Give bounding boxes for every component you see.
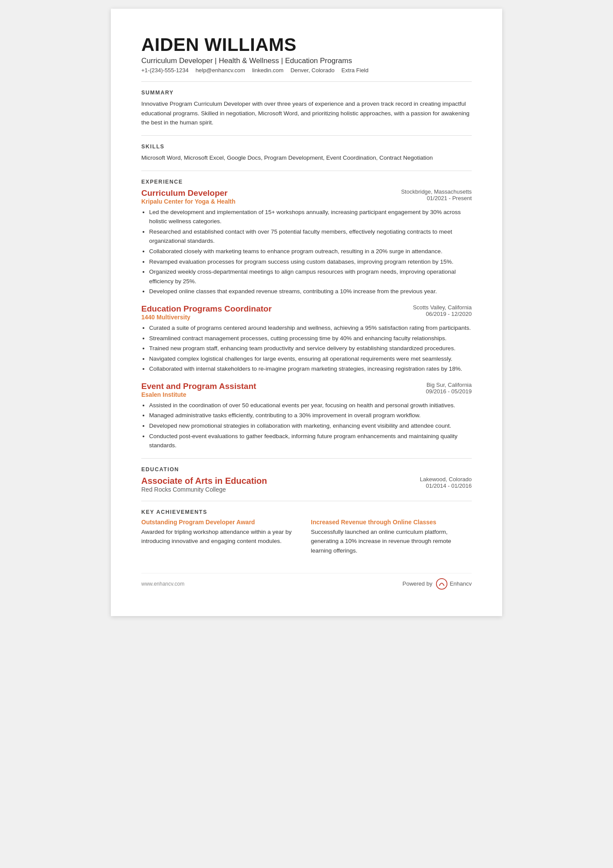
job-location: Scotts Valley, California [393, 304, 472, 311]
summary-section: SUMMARY Innovative Program Curriculum De… [141, 90, 472, 127]
summary-label: SUMMARY [141, 90, 472, 96]
contact-item: help@enhancv.com [196, 67, 245, 74]
achievements-section: KEY ACHIEVEMENTS Outstanding Program Dev… [141, 509, 472, 556]
edu-left: Associate of Arts in EducationRed Rocks … [141, 476, 393, 493]
job-title: Event and Program Assistant [141, 382, 393, 391]
job-left: Event and Program AssistantEsalen Instit… [141, 382, 393, 398]
bullet-item: Trained new program staff, enhancing tea… [149, 344, 472, 353]
bullet-item: Streamlined contract management processe… [149, 334, 472, 343]
experience-entry: Education Programs Coordinator1440 Multi… [141, 304, 472, 374]
contact-row: +1-(234)-555-1234help@enhancv.comlinkedi… [141, 67, 472, 74]
contact-item: +1-(234)-555-1234 [141, 67, 189, 74]
achievement-title: Increased Revenue through Online Classes [311, 519, 472, 526]
job-header: Curriculum DeveloperKripalu Center for Y… [141, 188, 472, 205]
bullet-item: Managed administrative tasks efficiently… [149, 411, 472, 420]
education-entry: Associate of Arts in EducationRed Rocks … [141, 476, 472, 493]
bullet-item: Assisted in the coordination of over 50 … [149, 401, 472, 410]
candidate-title: Curriculum Developer | Health & Wellness… [141, 57, 472, 65]
enhancv-logo: Enhancv [436, 578, 472, 590]
summary-divider [141, 135, 472, 136]
contact-item: Extra Field [341, 67, 368, 74]
footer-brand: Powered by Enhancv [403, 578, 472, 590]
bullet-item: Conducted post-event evaluations to gath… [149, 432, 472, 450]
job-header: Event and Program AssistantEsalen Instit… [141, 382, 472, 398]
achievement-item: Outstanding Program Developer AwardAward… [141, 519, 302, 556]
bullet-item: Collaborated with internal stakeholders … [149, 364, 472, 374]
experience-divider [141, 458, 472, 459]
skills-section: SKILLS Microsoft Word, Microsoft Excel, … [141, 144, 472, 163]
skills-label: SKILLS [141, 144, 472, 150]
achievement-text: Awarded for tripling workshop attendance… [141, 527, 302, 546]
job-header: Education Programs Coordinator1440 Multi… [141, 304, 472, 321]
job-bullets: Assisted in the coordination of over 50 … [141, 401, 472, 450]
enhancv-icon [436, 578, 448, 590]
header: AIDEN WILLIAMS Curriculum Developer | He… [141, 35, 472, 74]
achievement-item: Increased Revenue through Online Classes… [311, 519, 472, 556]
bullet-item: Collaborated closely with marketing team… [149, 247, 472, 256]
experience-section: EXPERIENCE Curriculum DeveloperKripalu C… [141, 179, 472, 450]
bullet-item: Developed online classes that expanded r… [149, 287, 472, 296]
job-company: Esalen Institute [141, 391, 393, 398]
job-bullets: Led the development and implementation o… [141, 208, 472, 296]
job-date: 06/2019 - 12/2020 [393, 311, 472, 317]
bullet-item: Navigated complex logistical challenges … [149, 354, 472, 364]
experience-label: EXPERIENCE [141, 179, 472, 185]
job-right: Big Sur, California09/2016 - 05/2019 [393, 382, 472, 395]
edu-date: 01/2014 - 01/2016 [393, 483, 472, 489]
job-company: Kripalu Center for Yoga & Health [141, 198, 393, 205]
summary-text: Innovative Program Curriculum Developer … [141, 99, 472, 127]
degree-title: Associate of Arts in Education [141, 476, 393, 486]
education-list: Associate of Arts in EducationRed Rocks … [141, 476, 472, 493]
job-location: Stockbridge, Massachusetts [393, 188, 472, 195]
job-left: Education Programs Coordinator1440 Multi… [141, 304, 393, 321]
bullet-item: Organized weekly cross-departmental meet… [149, 267, 472, 286]
contact-item: linkedin.com [252, 67, 283, 74]
job-date: 09/2016 - 05/2019 [393, 388, 472, 395]
achievement-title: Outstanding Program Developer Award [141, 519, 302, 526]
job-left: Curriculum DeveloperKripalu Center for Y… [141, 188, 393, 205]
job-right: Scotts Valley, California06/2019 - 12/20… [393, 304, 472, 317]
experience-entry: Curriculum DeveloperKripalu Center for Y… [141, 188, 472, 296]
job-date: 01/2021 - Present [393, 195, 472, 201]
education-divider [141, 501, 472, 501]
header-divider [141, 81, 472, 82]
edu-header: Associate of Arts in EducationRed Rocks … [141, 476, 472, 493]
achievement-text: Successfully launched an online curricul… [311, 527, 472, 556]
job-company: 1440 Multiversity [141, 314, 393, 321]
svg-point-0 [436, 578, 447, 589]
page-footer: www.enhancv.com Powered by Enhancv [141, 573, 472, 590]
edu-location: Lakewood, Colorado [393, 476, 472, 483]
bullet-item: Researched and established contact with … [149, 227, 472, 246]
skills-text: Microsoft Word, Microsoft Excel, Google … [141, 153, 472, 163]
powered-by-text: Powered by [403, 580, 433, 587]
experience-list: Curriculum DeveloperKripalu Center for Y… [141, 188, 472, 450]
experience-entry: Event and Program AssistantEsalen Instit… [141, 382, 472, 450]
education-label: EDUCATION [141, 466, 472, 473]
achievements-grid: Outstanding Program Developer AwardAward… [141, 519, 472, 556]
job-title: Education Programs Coordinator [141, 304, 393, 314]
bullet-item: Curated a suite of programs centered aro… [149, 323, 472, 333]
brand-name: Enhancv [450, 580, 472, 587]
candidate-name: AIDEN WILLIAMS [141, 35, 472, 55]
bullet-item: Led the development and implementation o… [149, 208, 472, 226]
school-name: Red Rocks Community College [141, 486, 393, 493]
job-location: Big Sur, California [393, 382, 472, 388]
skills-divider [141, 171, 472, 171]
achievements-label: KEY ACHIEVEMENTS [141, 509, 472, 515]
contact-item: Denver, Colorado [290, 67, 334, 74]
bullet-item: Developed new promotional strategies in … [149, 421, 472, 431]
bullet-item: Revamped evaluation processes for progra… [149, 257, 472, 267]
job-title: Curriculum Developer [141, 188, 393, 198]
job-right: Stockbridge, Massachusetts01/2021 - Pres… [393, 188, 472, 201]
resume-page: AIDEN WILLIAMS Curriculum Developer | He… [111, 9, 502, 616]
footer-url: www.enhancv.com [141, 581, 184, 587]
job-bullets: Curated a suite of programs centered aro… [141, 323, 472, 374]
education-section: EDUCATION Associate of Arts in Education… [141, 466, 472, 493]
edu-right: Lakewood, Colorado01/2014 - 01/2016 [393, 476, 472, 489]
